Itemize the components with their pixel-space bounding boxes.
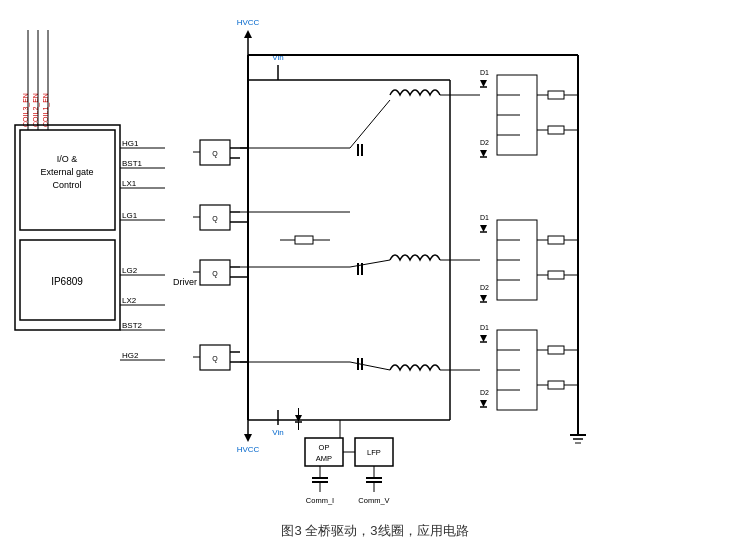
svg-rect-75 (548, 346, 564, 354)
d1-top-label: D1 (480, 69, 489, 76)
diagram-caption: 图3 全桥驱动，3线圈，应用电路 (281, 523, 468, 538)
q3-label: Q (212, 270, 218, 278)
io-block-line2: External gate (40, 167, 93, 177)
svg-rect-66 (548, 126, 564, 134)
hg2-label: HG2 (122, 351, 139, 360)
io-block-line1: I/O & (57, 154, 78, 164)
svg-rect-72 (548, 271, 564, 279)
q1-label: Q (212, 150, 218, 158)
ip6809-label: IP6809 (51, 276, 83, 287)
circuit-diagram: COIL3_EN COIL2_EN COIL1_EN I/O & Externa… (0, 0, 750, 553)
comm-i-label: Comm_I (306, 496, 334, 505)
bst2-label: BST2 (122, 321, 143, 330)
svg-rect-63 (548, 91, 564, 99)
svg-rect-69 (548, 236, 564, 244)
lg2-label: LG2 (122, 266, 138, 275)
bst1-label: BST1 (122, 159, 143, 168)
d2-bot-label: D2 (480, 389, 489, 396)
lx1-label: LX1 (122, 179, 137, 188)
lx2-label: LX2 (122, 296, 137, 305)
coil1-en-label: COIL1_EN (42, 93, 50, 127)
hvcc-bot-label: HVCC (237, 445, 260, 454)
q2-label: Q (212, 215, 218, 223)
d1-bot-label: D1 (480, 324, 489, 331)
svg-rect-36 (295, 236, 313, 244)
op-amp-label-line1: OP (319, 443, 330, 452)
d2-mid-label: D2 (480, 284, 489, 291)
lg1-label: LG1 (122, 211, 138, 220)
d1-mid-label: D1 (480, 214, 489, 221)
io-block-line3: Control (52, 180, 81, 190)
hvcc-top-label: HVCC (237, 18, 260, 27)
hg1-label: HG1 (122, 139, 139, 148)
driver-label: Driver (173, 277, 197, 287)
comm-v-label: Comm_V (358, 496, 389, 505)
coil3-en-label: COIL3_EN (22, 93, 30, 127)
lfp-label: LFP (367, 448, 381, 457)
coil2-en-label: COIL2_EN (32, 93, 40, 127)
vin-bot-label: Vin (272, 428, 283, 437)
q4-label: Q (212, 355, 218, 363)
svg-rect-78 (548, 381, 564, 389)
d2-top-label: D2 (480, 139, 489, 146)
op-amp-label-line2: AMP (316, 454, 332, 463)
